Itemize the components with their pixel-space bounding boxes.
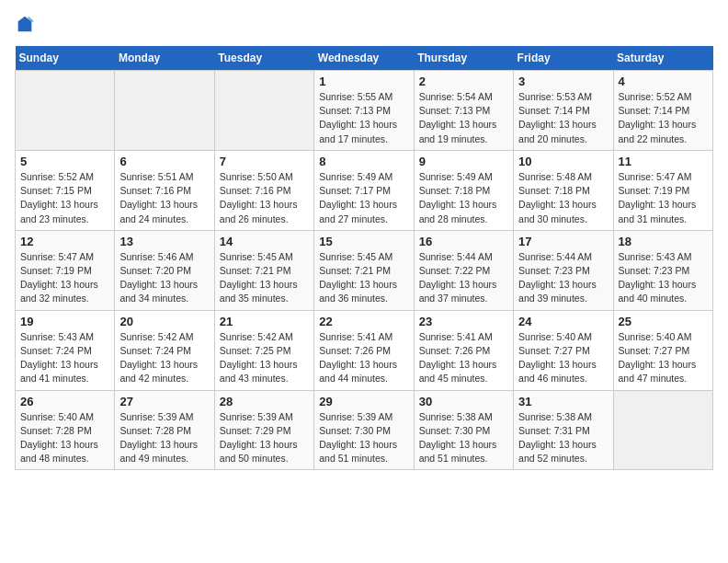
weekday-header: Saturday	[613, 46, 712, 71]
logo	[15, 15, 37, 35]
weekday-header: Monday	[115, 46, 214, 71]
day-number: 20	[119, 315, 209, 328]
day-info: Sunrise: 5:42 AMSunset: 7:25 PMDaylight:…	[220, 330, 309, 386]
calendar-cell: 5Sunrise: 5:52 AMSunset: 7:15 PMDaylight…	[16, 150, 115, 230]
day-number: 26	[20, 395, 109, 408]
day-number: 3	[518, 75, 608, 88]
day-info: Sunrise: 5:41 AMSunset: 7:26 PMDaylight:…	[419, 330, 508, 386]
day-number: 2	[419, 75, 508, 88]
day-number: 21	[220, 315, 309, 328]
day-number: 17	[518, 235, 608, 248]
day-number: 25	[619, 315, 708, 328]
day-number: 11	[619, 155, 708, 168]
day-number: 8	[319, 155, 408, 168]
day-number: 12	[20, 235, 109, 248]
day-number: 4	[619, 75, 708, 88]
weekday-header: Thursday	[414, 46, 513, 71]
day-number: 16	[419, 235, 508, 248]
day-number: 22	[319, 315, 408, 328]
calendar-cell: 14Sunrise: 5:45 AMSunset: 7:21 PMDayligh…	[214, 230, 313, 310]
day-info: Sunrise: 5:47 AMSunset: 7:19 PMDaylight:…	[20, 250, 109, 306]
calendar-cell: 13Sunrise: 5:46 AMSunset: 7:20 PMDayligh…	[115, 230, 214, 310]
calendar-cell: 8Sunrise: 5:49 AMSunset: 7:17 PMDaylight…	[314, 150, 414, 230]
day-info: Sunrise: 5:52 AMSunset: 7:14 PMDaylight:…	[619, 90, 708, 146]
day-info: Sunrise: 5:52 AMSunset: 7:15 PMDaylight:…	[20, 170, 109, 226]
day-number: 19	[20, 315, 109, 328]
calendar-cell	[613, 390, 712, 470]
day-number: 9	[419, 155, 508, 168]
calendar-cell: 3Sunrise: 5:53 AMSunset: 7:14 PMDaylight…	[514, 71, 613, 151]
day-info: Sunrise: 5:43 AMSunset: 7:23 PMDaylight:…	[619, 250, 708, 306]
weekday-header: Tuesday	[214, 46, 313, 71]
day-number: 29	[319, 395, 408, 408]
calendar-week-row: 26Sunrise: 5:40 AMSunset: 7:28 PMDayligh…	[16, 390, 713, 470]
day-info: Sunrise: 5:40 AMSunset: 7:28 PMDaylight:…	[20, 410, 109, 466]
weekday-header-row: SundayMondayTuesdayWednesdayThursdayFrid…	[16, 46, 713, 71]
day-number: 1	[319, 75, 408, 88]
calendar-cell: 28Sunrise: 5:39 AMSunset: 7:29 PMDayligh…	[214, 390, 313, 470]
day-number: 28	[220, 395, 309, 408]
calendar-cell: 21Sunrise: 5:42 AMSunset: 7:25 PMDayligh…	[214, 310, 313, 390]
day-info: Sunrise: 5:38 AMSunset: 7:31 PMDaylight:…	[518, 410, 608, 466]
day-info: Sunrise: 5:42 AMSunset: 7:24 PMDaylight:…	[119, 330, 209, 386]
calendar-cell: 11Sunrise: 5:47 AMSunset: 7:19 PMDayligh…	[613, 150, 712, 230]
calendar-cell: 27Sunrise: 5:39 AMSunset: 7:28 PMDayligh…	[115, 390, 214, 470]
day-number: 27	[119, 395, 209, 408]
day-number: 30	[419, 395, 508, 408]
day-info: Sunrise: 5:50 AMSunset: 7:16 PMDaylight:…	[220, 170, 309, 226]
day-number: 6	[119, 155, 209, 168]
day-info: Sunrise: 5:55 AMSunset: 7:13 PMDaylight:…	[319, 90, 408, 146]
calendar-cell: 20Sunrise: 5:42 AMSunset: 7:24 PMDayligh…	[115, 310, 214, 390]
calendar-cell: 29Sunrise: 5:39 AMSunset: 7:30 PMDayligh…	[314, 390, 414, 470]
calendar-week-row: 5Sunrise: 5:52 AMSunset: 7:15 PMDaylight…	[16, 150, 713, 230]
calendar-cell: 1Sunrise: 5:55 AMSunset: 7:13 PMDaylight…	[314, 71, 414, 151]
calendar-cell: 16Sunrise: 5:44 AMSunset: 7:22 PMDayligh…	[414, 230, 513, 310]
day-info: Sunrise: 5:49 AMSunset: 7:17 PMDaylight:…	[319, 170, 408, 226]
day-number: 23	[419, 315, 508, 328]
day-info: Sunrise: 5:40 AMSunset: 7:27 PMDaylight:…	[518, 330, 608, 386]
day-info: Sunrise: 5:44 AMSunset: 7:23 PMDaylight:…	[518, 250, 608, 306]
day-info: Sunrise: 5:54 AMSunset: 7:13 PMDaylight:…	[419, 90, 508, 146]
calendar-cell: 25Sunrise: 5:40 AMSunset: 7:27 PMDayligh…	[613, 310, 712, 390]
day-info: Sunrise: 5:53 AMSunset: 7:14 PMDaylight:…	[518, 90, 608, 146]
day-number: 24	[518, 315, 608, 328]
calendar-week-row: 12Sunrise: 5:47 AMSunset: 7:19 PMDayligh…	[16, 230, 713, 310]
calendar-week-row: 19Sunrise: 5:43 AMSunset: 7:24 PMDayligh…	[16, 310, 713, 390]
calendar-cell	[115, 71, 214, 151]
calendar-cell: 9Sunrise: 5:49 AMSunset: 7:18 PMDaylight…	[414, 150, 513, 230]
day-number: 15	[319, 235, 408, 248]
day-number: 5	[20, 155, 109, 168]
day-info: Sunrise: 5:45 AMSunset: 7:21 PMDaylight:…	[220, 250, 309, 306]
day-number: 14	[220, 235, 309, 248]
calendar-cell: 12Sunrise: 5:47 AMSunset: 7:19 PMDayligh…	[16, 230, 115, 310]
calendar-cell: 7Sunrise: 5:50 AMSunset: 7:16 PMDaylight…	[214, 150, 313, 230]
day-info: Sunrise: 5:48 AMSunset: 7:18 PMDaylight:…	[518, 170, 608, 226]
calendar-cell: 24Sunrise: 5:40 AMSunset: 7:27 PMDayligh…	[514, 310, 613, 390]
calendar-cell: 26Sunrise: 5:40 AMSunset: 7:28 PMDayligh…	[16, 390, 115, 470]
calendar-cell: 19Sunrise: 5:43 AMSunset: 7:24 PMDayligh…	[16, 310, 115, 390]
calendar-cell: 22Sunrise: 5:41 AMSunset: 7:26 PMDayligh…	[314, 310, 414, 390]
calendar-cell: 31Sunrise: 5:38 AMSunset: 7:31 PMDayligh…	[514, 390, 613, 470]
day-info: Sunrise: 5:43 AMSunset: 7:24 PMDaylight:…	[20, 330, 109, 386]
day-info: Sunrise: 5:39 AMSunset: 7:30 PMDaylight:…	[319, 410, 408, 466]
day-info: Sunrise: 5:38 AMSunset: 7:30 PMDaylight:…	[419, 410, 508, 466]
page-header	[15, 15, 713, 35]
day-info: Sunrise: 5:40 AMSunset: 7:27 PMDaylight:…	[619, 330, 708, 386]
day-info: Sunrise: 5:51 AMSunset: 7:16 PMDaylight:…	[119, 170, 209, 226]
calendar-cell: 23Sunrise: 5:41 AMSunset: 7:26 PMDayligh…	[414, 310, 513, 390]
day-info: Sunrise: 5:49 AMSunset: 7:18 PMDaylight:…	[419, 170, 508, 226]
day-number: 10	[518, 155, 608, 168]
calendar-cell: 17Sunrise: 5:44 AMSunset: 7:23 PMDayligh…	[514, 230, 613, 310]
weekday-header: Sunday	[16, 46, 115, 71]
day-info: Sunrise: 5:46 AMSunset: 7:20 PMDaylight:…	[119, 250, 209, 306]
calendar-cell: 10Sunrise: 5:48 AMSunset: 7:18 PMDayligh…	[514, 150, 613, 230]
day-info: Sunrise: 5:39 AMSunset: 7:28 PMDaylight:…	[119, 410, 209, 466]
day-info: Sunrise: 5:39 AMSunset: 7:29 PMDaylight:…	[220, 410, 309, 466]
day-info: Sunrise: 5:44 AMSunset: 7:22 PMDaylight:…	[419, 250, 508, 306]
day-number: 7	[220, 155, 309, 168]
calendar-table: SundayMondayTuesdayWednesdayThursdayFrid…	[15, 46, 713, 470]
day-info: Sunrise: 5:41 AMSunset: 7:26 PMDaylight:…	[319, 330, 408, 386]
calendar-cell	[16, 71, 115, 151]
calendar-cell	[214, 71, 313, 151]
day-info: Sunrise: 5:45 AMSunset: 7:21 PMDaylight:…	[319, 250, 408, 306]
